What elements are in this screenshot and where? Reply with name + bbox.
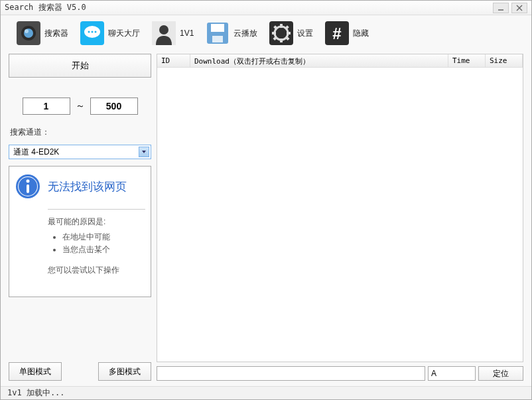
svg-rect-21 (272, 32, 276, 34)
toolbar: 搜索器 聊天大厅 1V1 云播放 设置 (1, 15, 531, 51)
svg-point-11 (95, 31, 97, 33)
svg-rect-33 (27, 184, 29, 193)
locate-button[interactable]: 定位 (478, 366, 523, 381)
svg-rect-22 (287, 32, 291, 34)
path-input[interactable] (157, 366, 425, 381)
svg-point-27 (279, 31, 284, 36)
toolbar-label: 聊天大厅 (108, 28, 140, 39)
col-size[interactable]: Size (486, 54, 523, 67)
info-panel: 无法找到该网页 最可能的原因是: 在地址中可能 当您点击某个 您可以尝试以下操作 (9, 166, 151, 297)
toolbar-cloud-play[interactable]: 云播放 (202, 20, 261, 46)
toolbar-label: 云播放 (233, 28, 257, 39)
range-to-input[interactable] (90, 98, 138, 115)
svg-point-6 (25, 29, 29, 33)
divider (48, 209, 145, 210)
svg-point-13 (159, 25, 168, 34)
window-title: Search 搜索器 V5.0 (5, 2, 493, 13)
window-controls (493, 3, 527, 13)
channel-select[interactable]: 通道 4-ED2K (9, 145, 151, 159)
svg-rect-20 (280, 38, 283, 42)
status-text: 1v1 加载中... (7, 387, 65, 399)
svg-rect-15 (211, 24, 224, 32)
chat-icon (80, 21, 104, 45)
results-body[interactable] (157, 68, 523, 362)
toolbar-chat[interactable]: 聊天大厅 (76, 20, 144, 46)
minimize-button[interactable] (493, 3, 509, 13)
gear-icon (269, 21, 293, 45)
svg-rect-16 (212, 36, 223, 42)
toolbar-search[interactable]: 搜索器 (13, 20, 72, 46)
svg-point-9 (88, 31, 90, 33)
results-table[interactable]: ID Download（双击打开或右击复制） Time Size (157, 54, 523, 362)
info-reason-item: 在地址中可能 (62, 232, 145, 243)
multi-image-mode-button[interactable]: 多图模式 (98, 362, 151, 381)
chevron-down-icon (139, 147, 149, 157)
range-row: ～ (9, 98, 151, 115)
svg-point-34 (27, 180, 30, 183)
info-hint: 您可以尝试以下操作 (48, 265, 145, 276)
svg-text:#: # (333, 25, 342, 42)
channel-selected-value: 通道 4-ED2K (13, 147, 59, 158)
hash-icon: # (325, 21, 349, 45)
toolbar-label: 1V1 (180, 29, 194, 38)
results-header: ID Download（双击打开或右击复制） Time Size (157, 54, 523, 68)
right-panel: ID Download（双击打开或右击复制） Time Size 定位 (157, 51, 523, 383)
toolbar-label: 搜索器 (44, 28, 68, 39)
start-button[interactable]: 开始 (9, 54, 151, 78)
toolbar-label: 隐藏 (353, 28, 369, 39)
camera-lens-icon (17, 21, 40, 45)
range-separator: ～ (76, 100, 85, 112)
range-from-input[interactable] (23, 98, 70, 115)
info-title: 无法找到该网页 (48, 179, 127, 194)
col-time[interactable]: Time (448, 54, 486, 67)
person-icon (152, 21, 176, 45)
close-button[interactable] (511, 3, 527, 13)
toolbar-hide[interactable]: # 隐藏 (321, 20, 373, 46)
left-panel: 开始 ～ 搜索通道： 通道 4-ED2K 无法找到该网页 (9, 51, 151, 383)
info-reason-item: 当您点击某个 (62, 244, 145, 255)
filter-input[interactable] (428, 366, 476, 381)
statusbar: 1v1 加载中... (1, 386, 531, 399)
toolbar-label: 设置 (297, 28, 313, 39)
toolbar-1v1[interactable]: 1V1 (148, 20, 198, 46)
titlebar: Search 搜索器 V5.0 (1, 1, 531, 15)
single-image-mode-button[interactable]: 单图模式 (9, 362, 62, 381)
svg-rect-19 (280, 24, 283, 28)
channel-label: 搜索通道： (9, 127, 151, 138)
col-download[interactable]: Download（双击打开或右击复制） (190, 54, 448, 67)
info-reason-heading: 最可能的原因是: (48, 216, 145, 228)
col-id[interactable]: ID (157, 54, 190, 67)
toolbar-settings[interactable]: 设置 (265, 20, 317, 46)
info-icon (15, 173, 41, 200)
svg-point-10 (92, 31, 94, 33)
save-floppy-icon (206, 21, 230, 45)
